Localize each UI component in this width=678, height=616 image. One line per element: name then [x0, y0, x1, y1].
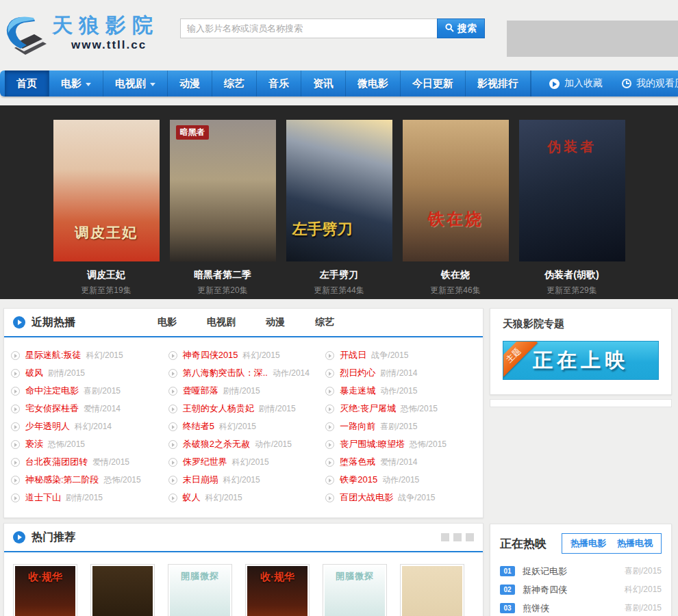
recommend-poster[interactable]: 收·规华 — [245, 564, 310, 616]
slide-title[interactable]: 调皮王妃 — [53, 269, 160, 281]
movie-list-item[interactable]: 王朝的女人杨贵妃 剧情/2015 — [168, 400, 319, 418]
movie-title[interactable]: 煎饼侠 — [523, 602, 549, 615]
nav-item[interactable]: 动漫 — [168, 70, 212, 97]
movie-title[interactable]: 第八海豹突击队：深.. — [183, 367, 268, 379]
movie-title[interactable]: 堕落色戒 — [340, 456, 375, 468]
movie-title[interactable]: 烈日灼心 — [340, 367, 375, 379]
movie-list-item[interactable]: 命中注定电影 喜剧/2015 — [11, 382, 162, 400]
movie-list-item[interactable]: 蚁人 科幻/2015 — [168, 489, 319, 506]
movie-title[interactable]: 末日崩塌 — [183, 474, 218, 486]
movie-poster[interactable]: 铁在烧 — [403, 120, 509, 261]
search-button[interactable]: 搜索 — [437, 18, 485, 38]
movie-title[interactable]: 宅女侦探桂香 — [25, 402, 79, 415]
movie-title[interactable]: 百团大战电影 — [340, 491, 393, 504]
now-playing-tab[interactable]: 热播电影 — [570, 537, 606, 550]
movie-list-item[interactable]: 破风 剧情/2015 — [11, 364, 162, 382]
movie-title[interactable]: 破风 — [25, 367, 43, 379]
movie-list-item[interactable]: 少年透明人 科幻/2014 — [11, 418, 162, 435]
movie-title[interactable]: 少年透明人 — [25, 420, 70, 433]
carousel-slide[interactable]: 伪装者 伪装者(胡歌) 更新至第29集 — [519, 120, 625, 296]
movie-list-item[interactable]: 铁拳2015 动作/2015 — [325, 471, 476, 489]
add-favorite-link[interactable]: 加入收藏 — [549, 77, 603, 90]
movie-list-item[interactable]: 聋哑部落 剧情/2015 — [168, 382, 319, 400]
nav-item[interactable]: 影视排行 — [466, 70, 531, 97]
movie-title[interactable]: 神奇四侠2015 — [183, 349, 238, 361]
movie-title[interactable]: 命中注定电影 — [25, 385, 79, 397]
movie-list-item[interactable]: 堕落色戒 爱情/2014 — [325, 453, 476, 471]
movie-title[interactable]: 王朝的女人杨贵妃 — [183, 402, 254, 415]
recommend-poster[interactable] — [90, 564, 155, 616]
movie-list-item[interactable]: 道士下山 剧情/2015 — [11, 489, 162, 506]
movie-list-item[interactable]: 一路向前 喜剧/2015 — [325, 418, 476, 435]
movie-poster[interactable]: 暗黑者 — [170, 120, 276, 261]
movie-list-item[interactable]: 灭绝:丧尸屠城 恐怖/2015 — [325, 400, 476, 418]
movie-list-item[interactable]: 神奇四侠2015 科幻/2015 — [168, 346, 319, 364]
nav-item[interactable]: 电视剧 — [103, 70, 168, 97]
carousel-slide[interactable]: 调皮王妃 调皮王妃 更新至第19集 — [53, 120, 160, 296]
movie-title[interactable]: 台北夜蒲团团转 — [25, 456, 88, 468]
slide-title[interactable]: 铁在烧 — [403, 269, 509, 281]
movie-title[interactable]: 铁拳2015 — [340, 474, 377, 486]
ranked-movie-row[interactable]: 03 煎饼侠 喜剧/2015 — [500, 599, 662, 616]
site-logo[interactable]: 天狼影院 www.ttll.cc — [4, 14, 159, 56]
movie-list-item[interactable]: 杀破狼2之杀无赦 动作/2015 — [168, 435, 319, 453]
recommend-poster[interactable] — [400, 564, 464, 616]
movie-list-item[interactable]: 宅女侦探桂香 爱情/2014 — [11, 400, 162, 418]
movie-title[interactable]: 神秘感染:第二阶段 — [25, 474, 99, 486]
carousel-slide[interactable]: 暗黑者 暗黑者第二季 更新至第20集 — [170, 120, 276, 296]
movie-title[interactable]: 灭绝:丧尸屠城 — [340, 402, 396, 415]
movie-list-item[interactable]: 第八海豹突击队：深.. 动作/2014 — [168, 364, 319, 382]
movie-title[interactable]: 杀破狼2之杀无赦 — [183, 438, 250, 450]
movie-list-item[interactable]: 星际迷航:叛徒 科幻/2015 — [11, 346, 162, 364]
movie-title[interactable]: 终结者5 — [183, 420, 214, 433]
slide-title[interactable]: 左手劈刀 — [286, 269, 392, 281]
hot-tab[interactable]: 电影 — [158, 316, 177, 329]
now-playing-tab[interactable]: 热播电视 — [617, 537, 653, 550]
movie-list-item[interactable]: 百团大战电影 战争/2015 — [325, 489, 476, 506]
carousel-slide[interactable]: 左手劈刀 左手劈刀 更新至第44集 — [286, 120, 392, 296]
movie-list-item[interactable]: 开战日 战争/2015 — [325, 346, 476, 364]
movie-poster[interactable]: 伪装者 — [519, 120, 625, 261]
nav-item[interactable]: 首页 — [5, 70, 49, 97]
hot-tab[interactable]: 动漫 — [266, 316, 285, 329]
recommend-poster[interactable]: 收·规华 — [13, 564, 77, 616]
search-bar[interactable]: 搜索 — [180, 18, 485, 38]
recommend-poster[interactable]: 開腦微探 — [168, 564, 232, 616]
nav-item[interactable]: 资讯 — [301, 70, 346, 97]
movie-title[interactable]: 新神奇四侠 — [523, 584, 567, 596]
movie-title[interactable]: 道士下山 — [25, 491, 61, 504]
movie-title[interactable]: 丧尸围城:瞭望塔 — [340, 438, 405, 450]
carousel-dot[interactable] — [441, 533, 449, 541]
nav-item[interactable]: 电影 — [49, 70, 103, 97]
movie-list-item[interactable]: 台北夜蒲团团转 爱情/2015 — [11, 453, 162, 471]
movie-poster[interactable]: 调皮王妃 — [53, 120, 160, 261]
slide-title[interactable]: 伪装者(胡歌) — [519, 269, 625, 281]
movie-title[interactable]: 蚁人 — [183, 491, 201, 504]
recommend-poster[interactable]: 開腦微探 — [323, 564, 387, 616]
search-input[interactable] — [180, 18, 437, 38]
movie-title[interactable]: 星际迷航:叛徒 — [25, 349, 81, 361]
movie-title[interactable]: 开战日 — [340, 349, 366, 361]
ranked-movie-row[interactable]: 02 新神奇四侠 科幻/2015 — [500, 580, 662, 599]
nav-item[interactable]: 微电影 — [346, 70, 401, 97]
hot-tab[interactable]: 综艺 — [315, 316, 334, 329]
movie-title[interactable]: 亵渎 — [25, 438, 43, 450]
nav-item[interactable]: 音乐 — [257, 70, 301, 97]
ranked-movie-row[interactable]: 01 捉妖记电影 喜剧/2015 — [500, 562, 662, 580]
movie-list-item[interactable]: 侏罗纪世界 科幻/2015 — [168, 453, 319, 471]
carousel-slide[interactable]: 铁在烧 铁在烧 更新至第46集 — [403, 120, 509, 296]
movie-poster[interactable]: 左手劈刀 — [286, 120, 392, 261]
hot-tab[interactable]: 电视剧 — [207, 316, 236, 329]
carousel-dot[interactable] — [466, 533, 474, 541]
movie-title[interactable]: 聋哑部落 — [183, 385, 218, 397]
watch-history-link[interactable]: 我的观看历史 — [622, 77, 678, 90]
movie-title[interactable]: 暴走迷城 — [340, 385, 375, 397]
movie-list-item[interactable]: 末日崩塌 科幻/2015 — [168, 471, 319, 489]
movie-list-item[interactable]: 暴走迷城 动作/2015 — [325, 382, 476, 400]
movie-list-item[interactable]: 丧尸围城:瞭望塔 恐怖/2015 — [325, 435, 476, 453]
movie-list-item[interactable]: 亵渎 恐怖/2015 — [11, 435, 162, 453]
nav-item[interactable]: 综艺 — [212, 70, 257, 97]
movie-list-item[interactable]: 终结者5 科幻/2015 — [168, 418, 319, 435]
movie-title[interactable]: 捉妖记电影 — [523, 565, 567, 578]
movie-list-item[interactable]: 烈日灼心 剧情/2014 — [325, 364, 476, 382]
